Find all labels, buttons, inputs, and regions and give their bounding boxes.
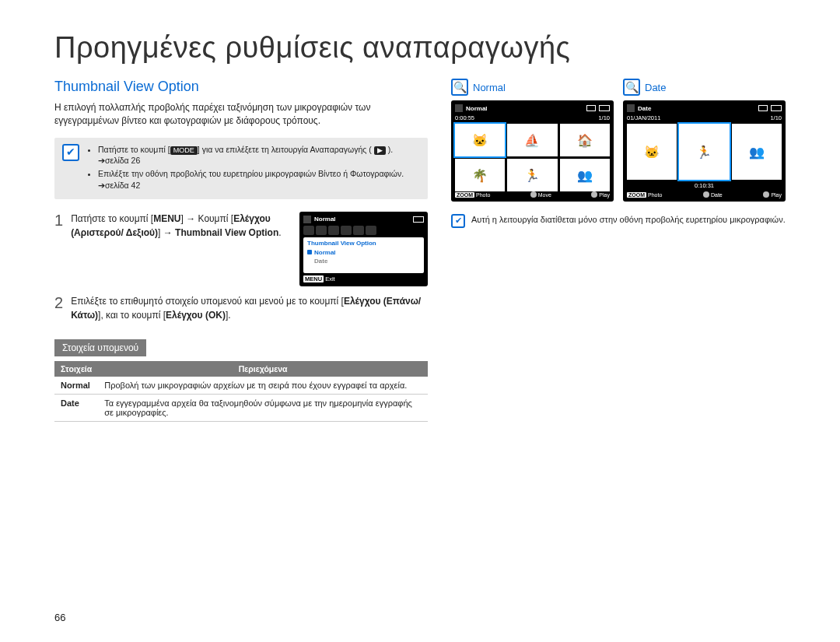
section-title: Thumbnail View Option [54,79,428,95]
foot-move: Move [530,191,551,198]
foot-play: Play [591,191,610,198]
thumbnail-item: 🏠 [560,124,610,156]
th-items: Στοιχεία [54,361,98,377]
step-2-number: 2 [54,294,63,322]
menu-icon-row [303,226,424,235]
opt-key-date: Date [54,394,98,421]
menu-panel-title: Thumbnail View Option [307,240,420,247]
thumbnail-item: 🐱 [455,124,505,156]
thumbnail-grid-normal: 🐱 ⛵ 🏠 🌴 🏃 👥 [455,124,610,191]
thumbnail-item: 🌴 [455,159,505,191]
screen-top-label: Date [638,105,755,112]
check-icon: ✔ [62,144,79,161]
film-icon [303,216,311,223]
foot-zoom: ZOOM Photo [627,191,662,198]
film-icon [455,104,463,112]
card-icon [758,105,768,111]
page-title: Προηγμένες ρυθμίσεις αναπαραγωγής [54,31,786,65]
thumbnail-item: 🏃 [679,124,729,180]
right-note: ✔ Αυτή η λειτουργία διατίθεται μόνο στην… [451,214,786,228]
screen-top-label: Normal [466,105,583,112]
opt-key-normal: Normal [54,377,98,395]
thumbnail-item: 🐱 [627,124,677,180]
check-icon: ✔ [451,214,465,228]
table-row: Date Τα εγγεγραμμένα αρχεία θα ταξινομηθ… [54,394,428,421]
thumbnail-item: 🏃 [507,159,557,191]
counter-label: 1/10 [770,114,782,121]
mode-badge: MODE [170,146,198,155]
step-1-text: Πατήστε το κουμπί [MENU] → Κουμπί [Ελέγχ… [71,212,292,286]
menu-top-label: Normal [314,216,410,223]
thumbnail-item: ⛵ [507,124,557,156]
thumbnail-grid-date: 🐱 🏃 👥 [627,124,782,180]
magnifier-icon: 🔍 [451,79,468,96]
left-column: Thumbnail View Option Η επιλογή πολλαπλή… [54,79,428,422]
time-label: 0:00:55 [455,114,474,121]
play-icon: ▶ [374,146,386,155]
options-table: Στοιχεία Περιεχόμενα Normal Προβολή των … [54,361,428,422]
step-2: 2 Επιλέξτε το επιθυμητό στοιχείο υπομενο… [54,294,428,322]
note-text: Πατήστε το κουμπί [MODE] για να επιλέξετ… [87,144,420,193]
thumbnail-item: 👥 [732,124,782,180]
magnifier-icon: 🔍 [623,79,640,96]
device-date: 🔍 Date Date 01/JAN/2011 1/10 [623,79,786,202]
menu-preview: Normal Thumbnail View Option Normal Date [299,212,428,286]
thumbnail-item: 👥 [560,159,610,191]
th-contents: Περιεχόμενα [98,361,428,377]
date-label: 01/JAN/2011 [627,114,660,121]
foot-play: Play [763,191,782,198]
battery-icon [413,216,424,223]
step-1-number: 1 [54,212,63,286]
device-label-date: Date [645,82,666,93]
film-icon [627,104,635,112]
foot-zoom: ZOOM Photo [455,191,490,198]
sub-heading: Στοιχεία υπομενού [54,339,146,356]
menu-option-normal: Normal [307,248,420,257]
battery-icon [599,105,610,111]
table-row: Normal Προβολή των μικρογραφιών αρχείων … [54,377,428,395]
right-note-text: Αυτή η λειτουργία διατίθεται μόνο στην ο… [471,214,786,228]
menu-footer: MENU Exit [303,275,424,282]
opt-val-normal: Προβολή των μικρογραφιών αρχείων με τη σ… [98,377,428,395]
device-normal: 🔍 Normal Normal 0:00:55 1/10 [451,79,614,202]
note-bullet-2: Επιλέξτε την οθόνη προβολής του ευρετηρί… [98,168,420,191]
device-label-normal: Normal [473,82,506,93]
card-icon [586,105,596,111]
note-bullet-1: Πατήστε το κουμπί [MODE] για να επιλέξετ… [98,144,420,167]
lead-paragraph: Η επιλογή πολλαπλής προβολής παρέχει ταξ… [54,101,428,128]
opt-val-date: Τα εγγεγραμμένα αρχεία θα ταξινομηθούν σ… [98,394,428,421]
right-column: 🔍 Normal Normal 0:00:55 1/10 [451,79,786,422]
note-box: ✔ Πατήστε το κουμπί [MODE] για να επιλέξ… [54,138,428,199]
battery-icon [771,105,782,111]
screen-caption: 0:10:31 [627,182,782,189]
page-number: 66 [54,612,65,623]
step-2-text: Επιλέξτε το επιθυμητό στοιχείο υπομενού … [71,294,428,322]
counter-label: 1/10 [598,114,610,121]
step-1: 1 Πατήστε το κουμπί [MENU] → Κουμπί [Ελέ… [54,212,428,286]
menu-option-date: Date [307,257,420,265]
foot-date: Date [703,191,723,198]
